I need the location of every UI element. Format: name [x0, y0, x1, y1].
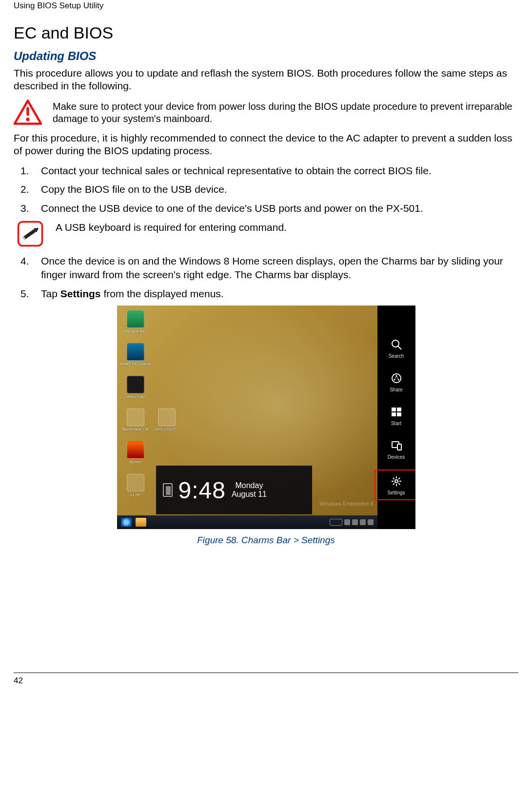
taskbar[interactable] [117, 515, 377, 529]
section-heading: EC and BIOS [14, 23, 518, 42]
charm-settings[interactable]: Settings [377, 472, 415, 497]
desktop-icon-last[interactable]: 11 NF [123, 474, 148, 497]
intel-icon [127, 343, 144, 361]
svg-line-8 [398, 346, 401, 349]
start-icon [390, 405, 403, 419]
burnin-label: BurnIn [130, 460, 141, 464]
clock-date-block: Monday August 11 [232, 481, 267, 498]
intel-label: Intel® HD Graphics C... [121, 362, 150, 366]
svg-rect-4 [24, 229, 37, 239]
burnintest-icon [127, 409, 144, 426]
tray-icon[interactable] [368, 519, 374, 525]
warning-callout: Make sure to protect your device from po… [14, 100, 518, 125]
taskbar-keyboard-icon[interactable] [330, 519, 342, 526]
charm-start-label: Start [391, 421, 401, 426]
taskbar-ie-icon[interactable] [121, 518, 132, 527]
charm-share[interactable]: Share [377, 371, 415, 392]
header-path: Using BIOS Setup Utility [14, 0, 518, 23]
note-icon [17, 220, 45, 247]
burnin-icon [127, 441, 144, 459]
page-number: 42 [14, 673, 518, 686]
step-2: Copy the BIOS file on to the USB device. [14, 183, 518, 196]
svg-line-24 [393, 477, 394, 479]
charm-devices[interactable]: Devices [377, 439, 415, 460]
svg-rect-18 [397, 444, 401, 450]
desktop-icon-burnin[interactable]: BurnIn [123, 441, 148, 464]
steps-list: Contact your technical sales or technica… [14, 164, 518, 215]
warning-text: Make sure to protect your device from po… [53, 100, 518, 125]
screenshot-figure: Recycle Bin Intel® HD Graphics C... Vide… [117, 306, 415, 529]
recycle-bin-label: Recycle Bin [125, 329, 145, 333]
desktop-icon-recycle-bin[interactable]: Recycle Bin [123, 310, 148, 333]
clock-day: Monday [232, 481, 267, 490]
step-5-pre: Tap [41, 288, 60, 299]
svg-point-2 [26, 117, 29, 121]
step-5-strong: Settings [60, 288, 101, 299]
note-text: A USB keyboard is required for entering … [56, 220, 287, 234]
step-3: Connect the USB device to one of the dev… [14, 202, 518, 215]
clock-date: August 11 [232, 490, 267, 499]
charm-share-label: Share [390, 387, 403, 392]
burnintest-label: BurnInTest 7.0 [123, 427, 148, 431]
tray-icon[interactable] [352, 519, 358, 525]
warning-icon [14, 100, 42, 125]
step-1: Contact your technical sales or technica… [14, 164, 518, 178]
search-icon [390, 338, 403, 351]
charm-search-label: Search [389, 353, 404, 359]
subsection-heading: Updating BIOS [14, 49, 518, 63]
video-cap-icon [127, 376, 144, 393]
last-label: 11 NF [130, 492, 141, 497]
svg-point-19 [395, 480, 398, 483]
tray-icon[interactable] [360, 519, 366, 525]
svg-point-7 [392, 340, 399, 347]
svg-rect-13 [392, 408, 396, 411]
svg-rect-16 [397, 412, 401, 416]
settings-icon [390, 474, 403, 488]
svg-rect-15 [392, 412, 396, 416]
last-icon [127, 474, 144, 491]
charm-devices-label: Devices [388, 454, 405, 460]
note-callout: A USB keyboard is required for entering … [17, 220, 518, 247]
recycle-bin-icon [127, 310, 144, 328]
step-4: Once the device is on and the Windows 8 … [14, 254, 518, 282]
charm-settings-label: Settings [387, 490, 405, 495]
taskbar-explorer-icon[interactable] [136, 518, 146, 527]
desktop-row-burnin-gps: BurnInTest 7.0 GPS UTILIT... [123, 409, 179, 431]
intro-paragraph: This procedure allows you to update and … [14, 67, 518, 93]
step-5-post: from the displayed menus. [101, 288, 224, 299]
charms-bar: Search Share Start [377, 306, 415, 529]
desktop-icon-burnintest[interactable]: BurnInTest 7.0 [123, 409, 148, 431]
clock-time: 9:48 [178, 477, 226, 504]
windows-watermark: Windows Embedded 8 [319, 501, 373, 507]
charms-clock-panel: 9:48 Monday August 11 [156, 466, 312, 514]
charm-search[interactable]: Search [377, 338, 415, 359]
figure-caption: Figure 58. Charms Bar > Settings [14, 535, 518, 546]
video-cap-label: Video Cap [126, 394, 144, 399]
network-status-icon [163, 483, 173, 497]
gps-util-icon [158, 409, 176, 426]
charm-start[interactable]: Start [377, 405, 415, 426]
desktop-icon-gps-util[interactable]: GPS UTILIT... [154, 409, 179, 431]
gps-util-label: GPS UTILIT... [155, 427, 178, 431]
steps-list-cont: Once the device is on and the Windows 8 … [14, 254, 518, 301]
svg-rect-1 [26, 107, 29, 116]
svg-line-27 [398, 477, 400, 479]
share-icon [390, 371, 403, 385]
step-5: Tap Settings from the displayed menus. [14, 287, 518, 301]
pre-steps-paragraph: For this procedure, it is highly recomme… [14, 132, 518, 158]
desktop-icon-intel-hd[interactable]: Intel® HD Graphics C... [123, 343, 148, 366]
devices-icon [390, 439, 403, 452]
tray-icon[interactable] [344, 519, 350, 525]
svg-line-26 [393, 483, 394, 485]
desktop-icon-video-cap[interactable]: Video Cap [123, 376, 148, 399]
svg-rect-14 [397, 408, 401, 411]
svg-line-25 [398, 483, 400, 485]
